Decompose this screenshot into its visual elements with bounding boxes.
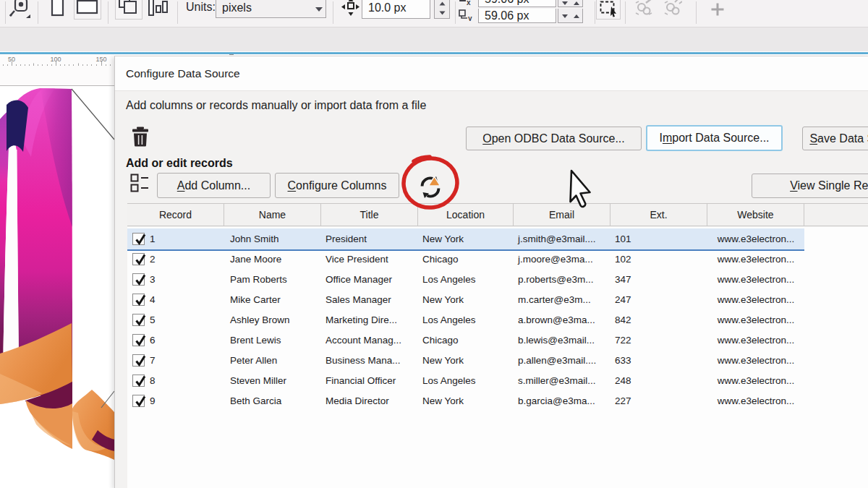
svg-text:x: x <box>467 0 471 7</box>
svg-text:y: y <box>468 14 472 21</box>
